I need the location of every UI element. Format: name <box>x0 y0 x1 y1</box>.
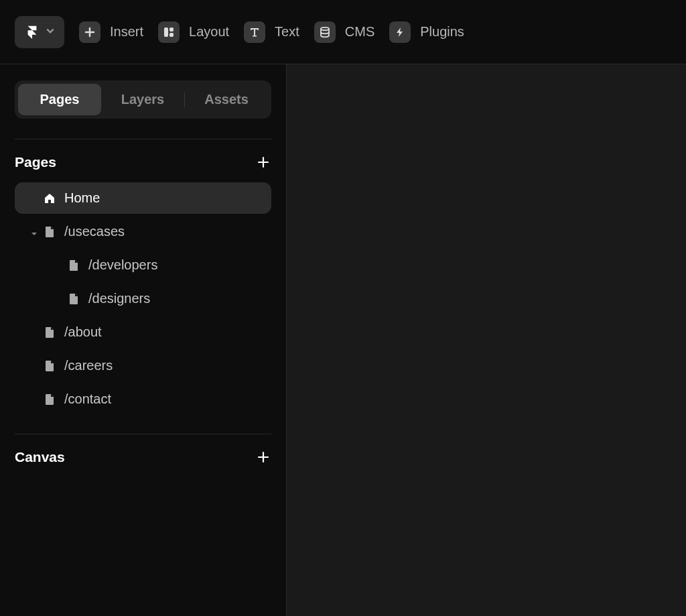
section-title: Canvas <box>15 449 65 465</box>
sidebar: Pages Layers Assets Pages <box>0 64 287 616</box>
page-label: /usecases <box>64 224 125 239</box>
divider <box>15 434 271 434</box>
canvas-area[interactable] <box>287 64 686 616</box>
svg-rect-1 <box>169 27 174 32</box>
caret-down-icon[interactable] <box>31 228 39 236</box>
main-layout: Pages Layers Assets Pages <box>0 64 686 616</box>
framer-logo-icon <box>24 24 40 40</box>
toolbar-item-label: CMS <box>345 24 374 40</box>
bolt-icon <box>389 21 411 43</box>
toolbar-item-label: Plugins <box>420 24 464 40</box>
page-item-developers[interactable]: /developers <box>15 249 271 281</box>
tab-pages[interactable]: Pages <box>18 84 101 115</box>
text-button[interactable]: Text <box>244 21 299 43</box>
divider <box>15 139 271 139</box>
page-label: /contact <box>64 391 111 407</box>
page-icon <box>43 393 56 406</box>
insert-button[interactable]: Insert <box>79 21 143 43</box>
page-item-usecases[interactable]: /usecases <box>15 216 271 247</box>
page-icon <box>43 359 56 373</box>
add-page-button[interactable] <box>255 154 271 170</box>
section-title: Pages <box>15 154 56 170</box>
toolbar-item-label: Insert <box>110 24 143 40</box>
page-item-careers[interactable]: /careers <box>15 350 271 381</box>
page-item-home[interactable]: Home <box>15 182 271 214</box>
page-icon <box>43 225 56 239</box>
page-icon <box>43 326 56 339</box>
page-label: /designers <box>88 291 150 306</box>
plus-icon <box>79 21 100 43</box>
app-menu-button[interactable] <box>15 16 64 48</box>
chevron-down-icon <box>46 26 55 38</box>
canvas-section-header: Canvas <box>15 449 271 465</box>
page-label: /developers <box>88 257 157 273</box>
add-canvas-button[interactable] <box>255 449 271 465</box>
page-label: /about <box>64 324 102 340</box>
text-icon <box>244 21 265 43</box>
tab-layers[interactable]: Layers <box>101 84 184 115</box>
tab-assets[interactable]: Assets <box>185 84 268 115</box>
plugins-button[interactable]: Plugins <box>389 21 464 43</box>
layout-icon <box>158 21 180 43</box>
page-item-designers[interactable]: /designers <box>15 283 271 314</box>
page-icon <box>67 292 80 306</box>
database-icon <box>314 21 336 43</box>
pages-list: Home <box>15 182 271 415</box>
toolbar: Insert Layout Text CMS <box>0 0 686 64</box>
home-icon <box>43 192 56 205</box>
toolbar-item-label: Layout <box>189 24 229 40</box>
svg-rect-2 <box>169 33 174 37</box>
page-icon <box>67 259 80 272</box>
cms-button[interactable]: CMS <box>314 21 374 43</box>
sidebar-tab-bar: Pages Layers Assets <box>15 80 271 119</box>
page-item-about[interactable]: /about <box>15 316 271 348</box>
svg-rect-0 <box>164 27 168 37</box>
page-label: /careers <box>64 358 113 373</box>
svg-point-3 <box>321 27 329 29</box>
toolbar-item-label: Text <box>275 24 299 40</box>
page-label: Home <box>64 190 100 206</box>
layout-button[interactable]: Layout <box>158 21 229 43</box>
pages-section-header: Pages <box>15 154 271 170</box>
page-item-contact[interactable]: /contact <box>15 383 271 415</box>
